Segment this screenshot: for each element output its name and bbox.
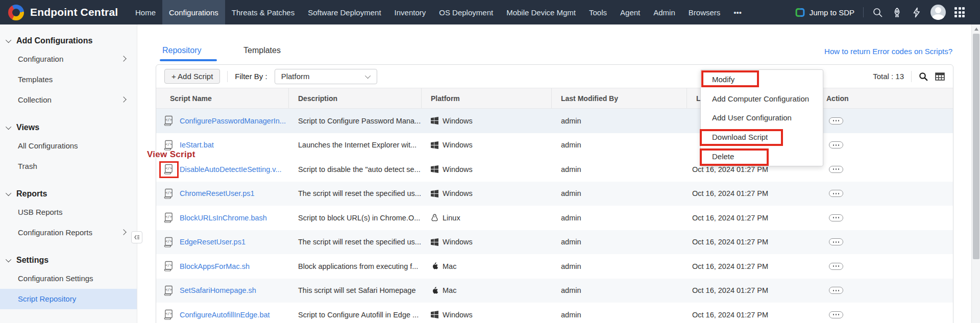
- nav-item-admin[interactable]: Admin: [647, 0, 682, 24]
- row-actions-button[interactable]: [829, 117, 843, 125]
- jump-to-sdp-button[interactable]: Jump to SDP: [795, 7, 854, 18]
- script-icon[interactable]: [164, 237, 174, 247]
- table-row: EdgeResetUser.ps1 The script will reset …: [156, 230, 953, 255]
- script-icon[interactable]: [164, 115, 174, 126]
- repository-panel: + Add Script Filter By : Platform Total …: [156, 64, 953, 323]
- script-name-link[interactable]: ChromeResetUser.ps1: [180, 189, 255, 197]
- sidebar-item-configuration-settings[interactable]: Configuration Settings: [0, 268, 137, 289]
- script-icon[interactable]: [164, 285, 174, 296]
- script-name-link[interactable]: BlockURLsInChrome.bash: [180, 214, 267, 222]
- nav-item-inventory[interactable]: Inventory: [388, 0, 433, 24]
- menu-item-delete[interactable]: Delete: [701, 146, 823, 166]
- platform-filter-select[interactable]: Platform: [275, 69, 377, 84]
- sidebar-item-script-repository[interactable]: Script Repository: [0, 289, 137, 309]
- script-name-link[interactable]: IeStart.bat: [180, 141, 214, 149]
- script-name-link[interactable]: EdgeResetUser.ps1: [180, 238, 246, 246]
- script-name-link[interactable]: BlockAppsForMac.sh: [180, 262, 250, 270]
- menu-item-download-script[interactable]: Download Script: [701, 128, 823, 147]
- linux-icon: [431, 214, 438, 221]
- script-icon[interactable]: [164, 140, 174, 151]
- error-codes-help-link[interactable]: How to return Error codes on Scripts?: [824, 47, 952, 56]
- script-name-link[interactable]: SetSafariHomepage.sh: [180, 286, 256, 294]
- search-icon[interactable]: [872, 7, 883, 18]
- mac-icon: [431, 287, 438, 294]
- rocket-icon[interactable]: [892, 7, 902, 18]
- script-icon[interactable]: [164, 212, 174, 223]
- script-name-link[interactable]: DisableAutoDetectIeSetting.v...: [180, 165, 282, 173]
- script-icon[interactable]: [164, 188, 174, 199]
- total-count: Total : 13: [873, 72, 904, 81]
- sidebar-section-settings[interactable]: Settings: [0, 252, 137, 268]
- mac-icon: [431, 262, 438, 270]
- sidebar-item-all-configurations[interactable]: All Configurations: [0, 136, 137, 156]
- table-view-icon[interactable]: [935, 72, 945, 81]
- table-header: Script Name Description Platform Last Mo…: [156, 88, 953, 109]
- windows-icon: [431, 165, 438, 173]
- sidebar-item-usb-reports[interactable]: USB Reports: [0, 202, 137, 222]
- script-icon[interactable]: [164, 261, 174, 271]
- search-icon[interactable]: [919, 72, 928, 81]
- sidebar-section-add-configurations[interactable]: Add Configurations: [0, 33, 137, 49]
- modified-by: admin: [552, 182, 687, 206]
- sidebar-item-configuration[interactable]: Configuration: [0, 49, 137, 69]
- nav-item-browsers[interactable]: Browsers: [682, 0, 727, 24]
- row-actions-button[interactable]: [829, 311, 843, 318]
- brand[interactable]: Endpoint Central: [0, 5, 129, 20]
- tab-repository[interactable]: Repository: [162, 46, 201, 55]
- sidebar-item-trash[interactable]: Trash: [0, 156, 137, 177]
- sidebar-collapse-toggle[interactable]: [131, 231, 142, 243]
- chevron-right-icon: [120, 56, 126, 61]
- row-actions-button[interactable]: [829, 214, 843, 221]
- nav-item-home[interactable]: Home: [129, 0, 162, 24]
- modified-by: admin: [552, 109, 687, 133]
- sidebar-item-templates[interactable]: Templates: [0, 69, 137, 90]
- column-header-last-modified-by[interactable]: Last Modified By: [552, 88, 687, 108]
- sidebar-item-collection[interactable]: Collection: [0, 90, 137, 110]
- sidebar-section-reports[interactable]: Reports: [0, 186, 137, 202]
- nav-item-software-deployment[interactable]: Software Deployment: [301, 0, 387, 24]
- nav-item-threats-patches[interactable]: Threats & Patches: [225, 0, 301, 24]
- nav-more-menu[interactable]: •••: [727, 0, 748, 24]
- modified-by: admin: [552, 279, 687, 303]
- row-actions-button[interactable]: [829, 190, 843, 197]
- nav-item-tools[interactable]: Tools: [582, 0, 614, 24]
- row-actions-button[interactable]: [829, 287, 843, 294]
- sdp-icon: [795, 7, 805, 18]
- nav-item-configurations[interactable]: Configurations: [162, 0, 225, 24]
- menu-item-add-user-configuration[interactable]: Add User Configuration: [701, 108, 823, 128]
- nav-item-os-deployment[interactable]: OS Deployment: [432, 0, 500, 24]
- scrollbar-up-arrow[interactable]: [972, 24, 980, 33]
- nav-item-mobile-device-mgmt[interactable]: Mobile Device Mgmt: [500, 0, 582, 24]
- row-actions-button[interactable]: [829, 166, 843, 173]
- row-actions-button[interactable]: [829, 263, 843, 270]
- divider: [911, 71, 912, 82]
- user-avatar[interactable]: [930, 5, 946, 20]
- script-name-link[interactable]: ConfigureAutofillInEdge.bat: [180, 311, 270, 319]
- column-header-action[interactable]: Action: [817, 88, 953, 108]
- menu-item-add-computer-configuration[interactable]: Add Computer Configuration: [701, 89, 823, 109]
- script-icon[interactable]: [164, 164, 174, 175]
- windows-icon: [431, 141, 438, 149]
- app-grid-icon[interactable]: [954, 7, 965, 17]
- vertical-scrollbar[interactable]: [971, 24, 980, 323]
- row-actions-button[interactable]: [829, 141, 843, 148]
- menu-item-modify[interactable]: Modify: [701, 70, 823, 89]
- nav-item-agent[interactable]: Agent: [614, 0, 647, 24]
- column-header-script-name[interactable]: Script Name: [156, 88, 289, 108]
- sidebar-item-configuration-reports[interactable]: Configuration Reports: [0, 222, 137, 243]
- script-icon[interactable]: [164, 309, 174, 320]
- column-header-platform[interactable]: Platform: [422, 88, 552, 108]
- lightning-icon[interactable]: [911, 7, 922, 18]
- add-script-button[interactable]: + Add Script: [164, 69, 220, 84]
- scrollbar-thumb[interactable]: [973, 34, 979, 259]
- script-name-link[interactable]: ConfigurePasswordManagerIn...: [180, 117, 286, 125]
- chevron-down-icon: [6, 190, 11, 196]
- script-description: This script will set Safari Homepage: [289, 279, 422, 303]
- tab-templates[interactable]: Templates: [243, 46, 281, 55]
- sidebar-section-views[interactable]: Views: [0, 119, 137, 136]
- row-actions-button[interactable]: [829, 238, 843, 245]
- modified-date: Oct 16, 2024 01:27 PM: [687, 182, 817, 206]
- column-header-description[interactable]: Description: [289, 88, 422, 108]
- main-menu: Home Configurations Threats & Patches So…: [129, 0, 748, 24]
- windows-icon: [431, 190, 438, 197]
